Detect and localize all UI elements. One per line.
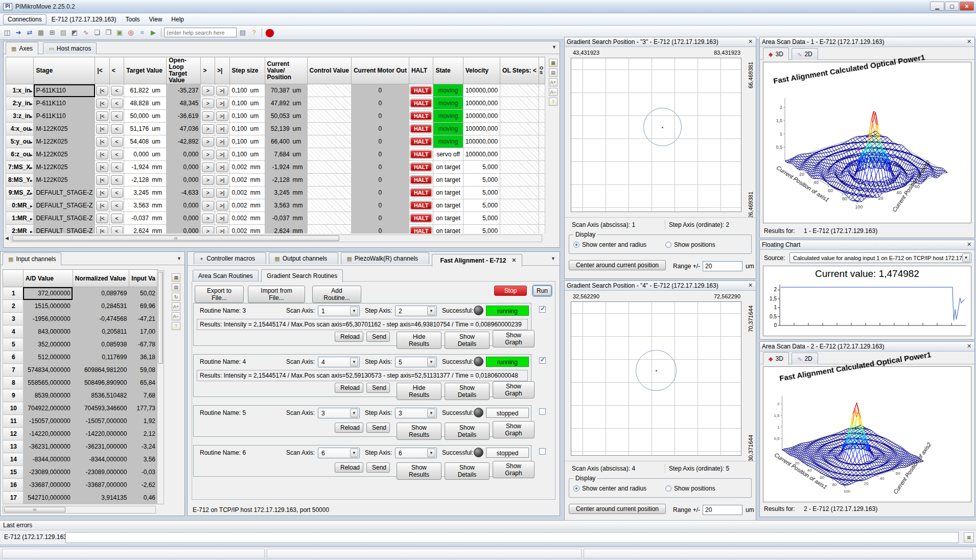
toolbar-icon[interactable]: ? (249, 28, 259, 38)
collapse-chevron-icon[interactable]: ▼ (177, 256, 181, 261)
move-last-button[interactable]: >| (216, 188, 228, 198)
refresh-icon[interactable]: ↻ (172, 293, 180, 301)
toolbar-icon[interactable]: ≈ (137, 28, 147, 38)
open-loop-target-cell[interactable]: 0,000 (167, 212, 201, 225)
ad-value-cell[interactable]: -14220,000000 (23, 428, 73, 440)
step-up-button[interactable]: > (202, 188, 214, 198)
velocity-cell[interactable]: 100000,000 (463, 84, 500, 97)
ad-value-cell[interactable]: 843,000000 (23, 325, 73, 338)
move-last-button[interactable]: >| (216, 201, 228, 211)
halt-button[interactable]: HALT (410, 125, 432, 133)
tab-2d[interactable]: ∿2D (792, 48, 818, 60)
toggle-results-button[interactable]: Show Results (397, 423, 441, 440)
stop-button[interactable]: Stop (494, 286, 527, 296)
channel-number[interactable]: 15 (3, 466, 24, 479)
range-input[interactable] (703, 505, 742, 515)
ad-value-cell[interactable]: 8539,000000 (23, 389, 73, 402)
channel-number[interactable]: 5 (3, 338, 24, 351)
open-loop-target-cell[interactable]: 48,345 (167, 97, 201, 110)
show-details-button[interactable]: Show Details (445, 423, 490, 440)
show-positions-radio[interactable]: Show positions (665, 485, 715, 492)
tab-close-icon[interactable]: ✕ (512, 257, 516, 264)
ad-value-cell[interactable]: 558565,000000 (23, 377, 73, 389)
toolbar-icon[interactable]: ⊞ (47, 28, 57, 38)
export-file-button[interactable]: Export to File... (195, 286, 244, 303)
floating-line-chart[interactable]: Current value: 1,474982 00,511,52 (763, 266, 971, 336)
collapse-chevron-icon[interactable]: ▼ (551, 256, 555, 261)
maximize-button[interactable]: ▢ (945, 2, 959, 11)
clear-errors-icon[interactable]: ⊠ (964, 532, 974, 543)
toolbar-icon[interactable]: ▶ (148, 28, 158, 38)
menu-item[interactable]: Connections (3, 14, 47, 25)
halt-button[interactable]: HALT (410, 163, 432, 171)
controller-tab[interactable]: Fast Alignment - E-712 ✕ (432, 254, 522, 267)
step-down-button[interactable]: < (111, 214, 123, 223)
close-icon[interactable]: ✕ (965, 241, 973, 248)
step-size-cell[interactable]: 0,100um (229, 110, 265, 123)
input-vscrollbar[interactable] (157, 270, 164, 504)
step-size-cell[interactable]: 0,002mm (229, 225, 265, 234)
tab-3d[interactable]: ◆3D (763, 48, 789, 60)
stage-cell[interactable]: DEFAULT_STAGE-Z (34, 199, 95, 212)
send-button[interactable]: Send (366, 423, 390, 433)
center-position-button[interactable]: Center around current position (569, 260, 666, 270)
move-last-button[interactable]: >| (216, 150, 228, 159)
ad-value-cell[interactable]: 512,000000 (23, 351, 73, 364)
step-axis-select[interactable]: 5▼ (395, 357, 437, 367)
open-loop-target-cell[interactable]: 0,000 (167, 225, 201, 234)
step-up-button[interactable]: > (202, 175, 214, 185)
routine-subtab[interactable]: Area Scan Routines (193, 270, 259, 282)
move-last-button[interactable]: >| (216, 226, 228, 234)
controller-tab[interactable]: ▦ Output channels (269, 252, 338, 264)
toolbar-icon[interactable]: ◎ (126, 28, 136, 38)
move-last-button[interactable]: >| (216, 214, 228, 223)
ad-value-cell[interactable]: 372,000000 (23, 287, 73, 300)
channel-number[interactable]: 11 (3, 415, 24, 428)
reload-button[interactable]: Reload (335, 383, 363, 393)
halt-button[interactable]: HALT (410, 214, 432, 222)
step-down-button[interactable]: < (111, 175, 123, 185)
step-down-button[interactable]: < (111, 188, 123, 198)
table-view-icon[interactable]: ▤ (549, 68, 557, 77)
source-select[interactable]: Calculated value for analog input 1 on E… (789, 252, 971, 263)
step-up-button[interactable]: > (202, 99, 214, 108)
move-first-button[interactable]: |< (96, 226, 108, 234)
toolbar-icon[interactable]: ➜ (13, 28, 24, 38)
show-details-button[interactable]: Show Details (445, 462, 490, 480)
channel-number[interactable]: 10 (3, 402, 24, 415)
move-last-button[interactable]: >| (216, 99, 228, 108)
move-first-button[interactable]: |< (96, 86, 108, 96)
show-center-radius-radio[interactable]: Show center and radius (573, 241, 646, 248)
move-first-button[interactable]: |< (96, 99, 108, 108)
scan-axis-select[interactable]: 3▼ (318, 408, 360, 418)
step-down-button[interactable]: < (111, 124, 123, 134)
target-value-cell[interactable]: 2,624mm (124, 225, 167, 234)
step-up-button[interactable]: > (202, 214, 214, 223)
stage-cell[interactable]: M-122K025 (34, 135, 95, 148)
send-button[interactable]: Send (366, 383, 390, 393)
close-button[interactable]: ✕ (960, 2, 974, 11)
move-first-button[interactable]: |< (96, 175, 108, 185)
step-down-button[interactable]: < (111, 86, 123, 96)
step-up-button[interactable]: > (202, 111, 214, 121)
collapse-chevron-icon[interactable]: ▼ (552, 44, 556, 50)
reload-button[interactable]: Reload (335, 332, 363, 342)
ad-value-cell[interactable]: 352,000000 (23, 338, 73, 351)
routine-enabled-checkbox[interactable] (539, 306, 546, 313)
velocity-cell[interactable]: 100000,000 (463, 123, 500, 135)
move-last-button[interactable]: >| (216, 162, 228, 172)
stage-cell[interactable]: DEFAULT_STAGE-Z (34, 225, 95, 234)
halt-button[interactable]: HALT (410, 99, 432, 107)
send-button[interactable]: Send (366, 462, 390, 473)
ad-value-cell[interactable]: 574834,000000 (23, 364, 73, 377)
open-loop-target-cell[interactable]: -42,892 (167, 135, 201, 148)
velocity-cell[interactable]: 100000,000 (463, 110, 500, 123)
controller-tab[interactable]: ▦ PiezoWalk(R) channels (341, 252, 429, 264)
send-button[interactable]: Send (366, 332, 390, 342)
menu-item[interactable]: View (145, 15, 167, 24)
channel-number[interactable]: 9 (3, 389, 24, 402)
routine-enabled-checkbox[interactable] (539, 357, 546, 364)
menu-item[interactable]: E-712 (172.17.129.163) (48, 15, 121, 24)
stage-cell[interactable]: DEFAULT_STAGE-Z (34, 186, 95, 199)
routine-enabled-checkbox[interactable] (539, 408, 546, 415)
